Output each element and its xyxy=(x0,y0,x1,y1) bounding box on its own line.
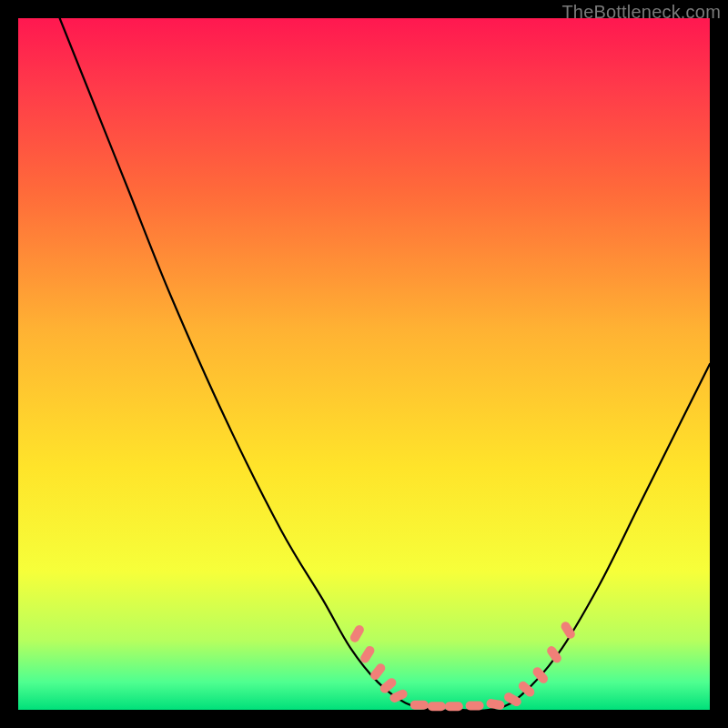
curve-marker xyxy=(466,701,484,710)
svg-rect-9 xyxy=(486,698,505,710)
svg-rect-4 xyxy=(389,688,409,704)
curve-markers xyxy=(349,620,577,711)
svg-rect-8 xyxy=(466,701,484,710)
curve-marker xyxy=(545,644,563,664)
svg-rect-0 xyxy=(349,623,366,643)
curve-marker xyxy=(428,702,446,711)
svg-rect-5 xyxy=(410,701,429,710)
curve-marker xyxy=(359,644,376,664)
svg-rect-1 xyxy=(359,644,376,664)
curve-marker xyxy=(486,698,505,710)
curve-marker xyxy=(349,623,366,643)
curve-marker xyxy=(445,702,463,711)
svg-rect-13 xyxy=(545,644,563,664)
svg-rect-2 xyxy=(369,662,387,682)
svg-rect-6 xyxy=(428,702,446,711)
watermark-text: TheBottleneck.com xyxy=(561,2,721,23)
curve-marker xyxy=(389,688,409,704)
curve-marker xyxy=(369,662,387,682)
chart-svg xyxy=(18,18,710,710)
chart-frame xyxy=(18,18,710,710)
curve-marker xyxy=(410,701,429,710)
svg-rect-7 xyxy=(445,702,463,711)
bottleneck-curve xyxy=(60,18,710,711)
